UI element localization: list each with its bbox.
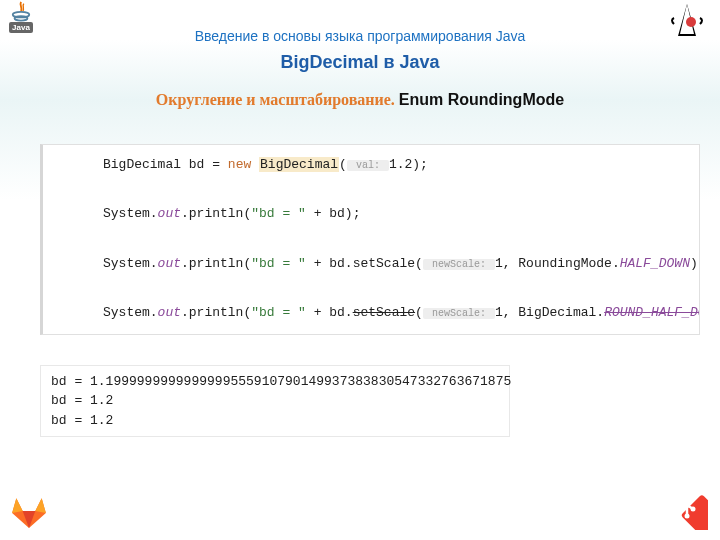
course-subtitle: Введение в основы языка программирования… [0,0,720,44]
section-enum: Enum RoundingMode [399,91,564,108]
svg-point-2 [686,17,696,27]
section-heading: Округление и масштабирование. Enum Round… [0,91,720,109]
code-snippet: BigDecimal bd = new BigDecimal( val: 1.2… [40,144,700,335]
svg-rect-3 [681,494,708,530]
console-output: bd = 1.199999999999999955591079014993738… [40,365,510,438]
page-title: BigDecimal в Java [0,52,720,73]
section-topic: Округление и масштабирование. [156,91,399,108]
gitlab-icon [10,492,48,530]
duke-mascot-icon [666,0,708,42]
git-icon [666,488,708,530]
java-logo-icon: Java [5,0,37,40]
